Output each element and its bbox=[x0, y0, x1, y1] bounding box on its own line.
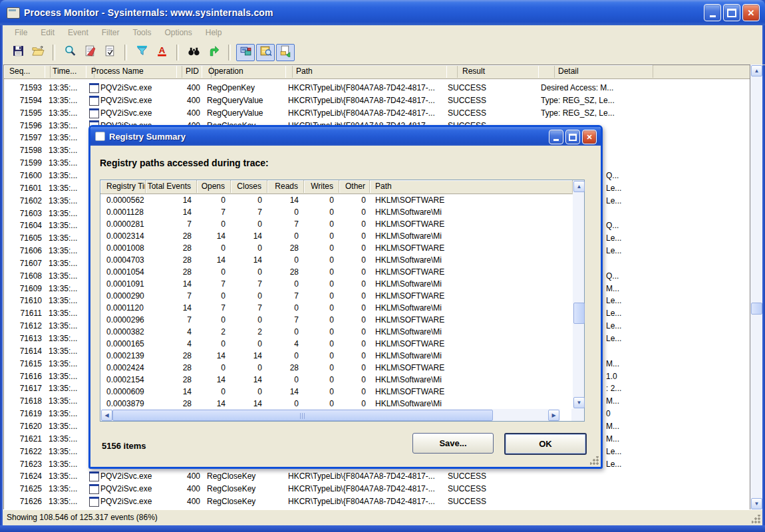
table-row[interactable]: 7162413:35:...PQV2iSvc.exe400RegCloseKey… bbox=[4, 470, 752, 483]
cell-writes: 0 bbox=[302, 386, 334, 398]
registry-row[interactable]: 0.0000165400400HKLM\SOFTWARE bbox=[100, 338, 573, 350]
registry-row[interactable]: 0.0000382422000HKLM\Software\Mi bbox=[100, 326, 573, 338]
registry-row[interactable]: 0.0002139281414000HKLM\Software\Mi bbox=[100, 350, 573, 362]
registry-column-header-opens[interactable]: Opens bbox=[197, 180, 231, 193]
save-button[interactable]: Save... bbox=[412, 433, 494, 454]
registry-list-rows: 0.000056214001400HKLM\SOFTWARE0.00011281… bbox=[100, 194, 573, 409]
cell-closes: 2 bbox=[229, 326, 262, 338]
dialog-vertical-scrollbar[interactable]: ▲ ▼ bbox=[573, 180, 584, 409]
menu-options[interactable]: Options bbox=[158, 27, 198, 39]
registry-column-header-total[interactable]: Total Events bbox=[146, 180, 197, 193]
scroll-up-button[interactable]: ▲ bbox=[573, 181, 585, 192]
table-row[interactable]: 7159513:35:...PQV2iSvc.exe400RegQueryVal… bbox=[4, 107, 752, 120]
scroll-down-button[interactable]: ▼ bbox=[751, 498, 762, 509]
column-header-path[interactable]: Path bbox=[285, 65, 458, 78]
dialog-close-button[interactable]: ✕ bbox=[582, 130, 597, 144]
menu-help[interactable]: Help bbox=[199, 27, 229, 39]
capture-button[interactable] bbox=[61, 44, 79, 61]
scroll-up-button[interactable]: ▲ bbox=[751, 65, 762, 76]
cell-seq: 71618 bbox=[5, 395, 42, 408]
cell-path: HKLM\SOFTWARE bbox=[375, 194, 572, 206]
show-file-system-activity-button[interactable] bbox=[256, 44, 275, 61]
registry-row[interactable]: 0.00011281477000HKLM\Software\Mi bbox=[100, 206, 573, 218]
registry-column-header-writes[interactable]: Writes bbox=[304, 180, 339, 193]
registry-row[interactable]: 0.000056214001400HKLM\SOFTWARE bbox=[100, 194, 573, 206]
registry-column-header-reads[interactable]: Reads bbox=[267, 180, 304, 193]
cell-registry_time: 0.0001054 bbox=[106, 266, 146, 278]
find-button[interactable] bbox=[184, 44, 203, 61]
cell-writes: 0 bbox=[302, 350, 334, 362]
column-header-detail[interactable]: Detail bbox=[538, 65, 653, 78]
open-button[interactable] bbox=[29, 44, 47, 61]
registry-row[interactable]: 0.000105428002800HKLM\SOFTWARE bbox=[100, 266, 573, 278]
registry-row[interactable]: 0.00011201477000HKLM\Software\Mi bbox=[100, 302, 573, 314]
column-header-process[interactable]: Process Name bbox=[86, 65, 182, 78]
main-scrollbar-thumb[interactable] bbox=[751, 303, 762, 315]
highlight-button[interactable]: A bbox=[152, 44, 171, 61]
show-registry-activity-button[interactable] bbox=[236, 44, 255, 61]
registry-row[interactable]: 0.0004703281414000HKLM\Software\Mi bbox=[100, 254, 573, 266]
clear-button[interactable] bbox=[80, 44, 99, 61]
cell-other: 0 bbox=[337, 254, 366, 266]
save-button[interactable] bbox=[9, 44, 27, 61]
table-row[interactable]: 7162613:35:...PQV2iSvc.exe400RegCloseKey… bbox=[4, 495, 752, 508]
menu-edit[interactable]: Edit bbox=[34, 27, 61, 39]
column-header-op[interactable]: Operation bbox=[202, 65, 293, 78]
window-resize-grip[interactable] bbox=[752, 515, 760, 523]
registry-row[interactable]: 0.0002154281414000HKLM\Software\Mi bbox=[100, 374, 573, 386]
show-network-activity-button[interactable] bbox=[276, 44, 295, 61]
filter-button[interactable] bbox=[132, 44, 151, 61]
column-header-seq[interactable]: Seq... bbox=[4, 65, 51, 78]
menu-tools[interactable]: Tools bbox=[126, 27, 158, 39]
table-row[interactable]: 7159313:35:...PQV2iSvc.exe400RegOpenKeyH… bbox=[4, 82, 752, 94]
dialog-vscrollbar-thumb[interactable] bbox=[573, 303, 585, 324]
registry-row[interactable]: 0.0000290700700HKLM\SOFTWARE bbox=[100, 290, 573, 302]
registry-row[interactable]: 0.000242428002800HKLM\SOFTWARE bbox=[100, 362, 573, 374]
registry-row[interactable]: 0.0000296700700HKLM\SOFTWARE bbox=[100, 314, 573, 326]
autoscroll-button[interactable] bbox=[100, 44, 119, 61]
menu-file[interactable]: File bbox=[8, 27, 34, 39]
registry-column-header-time[interactable]: Registry Time bbox=[100, 180, 146, 193]
table-row[interactable]: 7159413:35:...PQV2iSvc.exe400RegQueryVal… bbox=[4, 94, 752, 107]
dialog-minimize-button[interactable] bbox=[549, 130, 563, 144]
minimize-button[interactable] bbox=[704, 4, 721, 21]
registry-column-header-path[interactable]: Path bbox=[370, 180, 573, 193]
registry-row[interactable]: 0.0003879281414000HKLM\Software\Mi bbox=[100, 398, 573, 409]
cell-detail-fragment: Q... bbox=[606, 219, 635, 232]
registry-column-header-closes[interactable]: Closes bbox=[231, 180, 267, 193]
registry-row[interactable]: 0.00010911477000HKLM\Software\Mi bbox=[100, 278, 573, 290]
scroll-right-button[interactable]: ▶ bbox=[548, 410, 559, 421]
dialog-hscrollbar-thumb[interactable] bbox=[112, 410, 493, 421]
cell-detail-fragment: Le... bbox=[606, 446, 635, 458]
table-row[interactable]: 7162513:35:...PQV2iSvc.exe400RegCloseKey… bbox=[4, 483, 752, 495]
jump-to-button[interactable] bbox=[204, 44, 223, 61]
registry-row[interactable]: 0.0000281700700HKLM\SOFTWARE bbox=[100, 218, 573, 230]
dialog-resize-grip[interactable] bbox=[590, 456, 599, 465]
cell-seq: 71600 bbox=[5, 170, 42, 182]
close-button[interactable]: ✕ bbox=[742, 4, 760, 21]
menu-filter[interactable]: Filter bbox=[95, 27, 126, 39]
cell-other: 0 bbox=[337, 302, 366, 314]
dialog-horizontal-scrollbar[interactable]: ◀ ▶ bbox=[100, 409, 560, 421]
scroll-down-button[interactable]: ▼ bbox=[573, 397, 585, 408]
cell-reads: 0 bbox=[265, 398, 299, 409]
cell-seq: 71598 bbox=[5, 144, 42, 157]
cell-total_events: 14 bbox=[144, 194, 192, 206]
registry-column-header-other[interactable]: Other bbox=[339, 180, 370, 193]
cell-result: SUCCESS bbox=[448, 94, 537, 107]
scroll-left-button[interactable]: ◀ bbox=[101, 410, 112, 421]
maximize-icon bbox=[569, 134, 577, 141]
cell-detail-fragment: Le... bbox=[606, 245, 635, 257]
cell-opens: 0 bbox=[195, 386, 226, 398]
registry-row[interactable]: 0.000100828002800HKLM\SOFTWARE bbox=[100, 242, 573, 254]
cell-time: 13:35:... bbox=[49, 182, 86, 195]
ok-button[interactable]: OK bbox=[504, 433, 587, 455]
cell-registry_time: 0.0000562 bbox=[106, 194, 146, 206]
registry-row[interactable]: 0.0002314281414000HKLM\Software\Mi bbox=[100, 230, 573, 242]
maximize-button[interactable] bbox=[723, 4, 740, 21]
cell-time: 13:35:... bbox=[49, 395, 86, 408]
main-vertical-scrollbar[interactable]: ▲ ▼ bbox=[750, 65, 762, 510]
registry-row[interactable]: 0.000060914001400HKLM\SOFTWARE bbox=[100, 386, 573, 398]
dialog-maximize-button[interactable] bbox=[565, 130, 580, 144]
menu-event[interactable]: Event bbox=[61, 27, 95, 39]
